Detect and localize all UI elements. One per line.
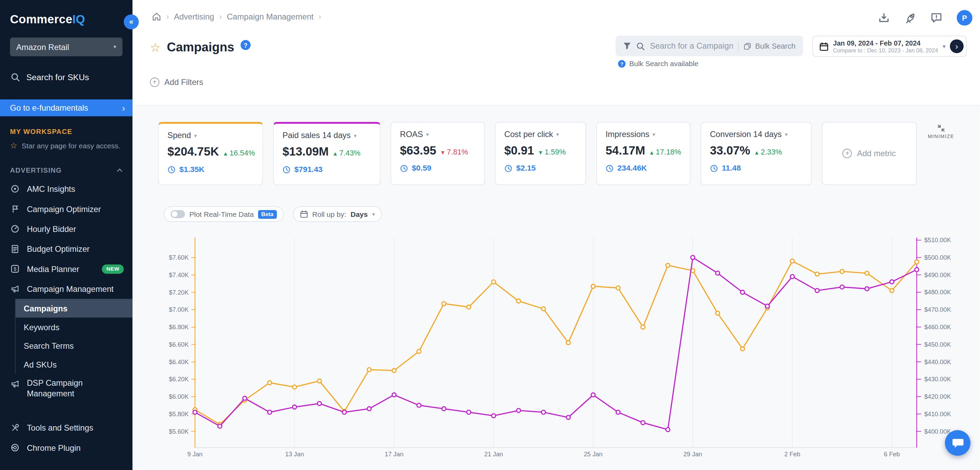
- sidebar-item-campaign-management[interactable]: Campaign Management: [0, 279, 132, 299]
- account-selector[interactable]: Amazon Retail ▾: [10, 38, 123, 57]
- trend-down-icon: ▼: [538, 149, 543, 156]
- sidebar-item-campaign-optimizer[interactable]: Campaign Optimizer: [0, 199, 132, 218]
- metric-secondary-value: $1.35K: [180, 165, 205, 174]
- home-icon[interactable]: [152, 12, 161, 21]
- rollup-selector[interactable]: Roll up by: Days ▾: [293, 206, 382, 222]
- svg-text:9 Jan: 9 Jan: [187, 451, 203, 458]
- help-icon: ?: [618, 60, 625, 67]
- bulk-search-hint-text: Bulk Search available: [629, 60, 698, 67]
- rocket-icon[interactable]: [904, 12, 916, 24]
- brand-logo[interactable]: CommerceIQ: [0, 0, 132, 33]
- add-metric-button[interactable]: + Add metric: [822, 122, 916, 185]
- svg-text:29 Jan: 29 Jan: [684, 451, 702, 458]
- date-range-picker[interactable]: Jan 09, 2024 - Feb 07, 2024 Compare to :…: [813, 36, 967, 57]
- svg-text:$470.00K: $470.00K: [924, 306, 951, 313]
- sidebar-collapse-button[interactable]: «: [124, 14, 139, 29]
- metric-card-paid-sales[interactable]: Paid sales 14 days▾ $13.09M▲7.43% $791.4…: [273, 122, 381, 185]
- efundamentals-link[interactable]: Go to e-fundamentals ›: [0, 99, 132, 116]
- sidebar-item-media-planner[interactable]: $ Media Planner NEW: [0, 259, 132, 279]
- favorite-star-icon[interactable]: ☆: [150, 41, 161, 55]
- date-range-text: Jan 09, 2024 - Feb 07, 2024 Compare to :…: [833, 39, 938, 53]
- advertising-section-header[interactable]: ADVERTISING: [10, 166, 123, 174]
- sidebar-item-chrome-plugin[interactable]: Chrome Plugin: [0, 438, 132, 458]
- metric-card-cost-per-click[interactable]: Cost per click▾ $0.91▼1.59% $2.15: [495, 122, 586, 185]
- sku-search-label: Search for SKUs: [26, 73, 89, 82]
- svg-text:$: $: [14, 266, 16, 272]
- svg-text:$410.00K: $410.00K: [924, 410, 951, 417]
- svg-text:$450.00K: $450.00K: [924, 341, 951, 348]
- sidebar-item-keywords[interactable]: Keywords: [16, 317, 132, 336]
- metric-secondary-value: $791.43: [294, 165, 323, 174]
- sidebar-item-tools-and-settings[interactable]: Tools and Settings: [0, 417, 132, 437]
- metric-label: Impressions: [605, 129, 649, 139]
- sidebar-item-amc-insights[interactable]: AMC Insights: [0, 179, 132, 199]
- history-clock-icon: [710, 164, 718, 172]
- sidebar-item-search-terms[interactable]: Search Terms: [16, 336, 132, 355]
- bulk-search-hint: ? Bulk Search available: [618, 60, 698, 67]
- sidebar-footer: Tools and Settings Chrome Plugin: [0, 417, 132, 458]
- svg-text:$5.80K: $5.80K: [169, 410, 189, 417]
- feedback-icon[interactable]: [930, 12, 942, 24]
- filter-icon[interactable]: [623, 42, 632, 50]
- sidebar-item-label: AMC Insights: [27, 184, 75, 193]
- breadcrumb-advertising[interactable]: Advertising: [174, 12, 214, 21]
- advertising-section-title: ADVERTISING: [10, 166, 62, 174]
- chevron-right-icon: ›: [219, 12, 222, 21]
- sidebar-item-budget-optimizer[interactable]: Budget Optimizer: [0, 239, 132, 259]
- date-next-button[interactable]: ›: [950, 40, 964, 53]
- metric-card-conversion[interactable]: Conversion 14 days▾ 33.07%▲2.33% 11.48: [701, 122, 812, 185]
- bulk-search-label: Bulk Search: [755, 41, 795, 50]
- beta-badge: Beta: [258, 210, 277, 218]
- metric-card-spend[interactable]: Spend▾ $204.75K▲16.54% $1.35K: [158, 122, 263, 185]
- svg-text:$7.00K: $7.00K: [169, 306, 189, 313]
- sidebar-item-label: Hourly Bidder: [27, 224, 76, 233]
- chevron-down-icon[interactable]: ▾: [556, 131, 559, 137]
- timeseries-chart[interactable]: 9 Jan13 Jan17 Jan21 Jan25 Jan29 Jan2 Feb…: [150, 231, 976, 464]
- toggle-switch[interactable]: [170, 210, 185, 218]
- metric-card-impressions[interactable]: Impressions▾ 54.17M▲17.18% 234.46K: [596, 122, 690, 185]
- new-badge: NEW: [102, 264, 124, 273]
- campaign-search-input[interactable]: [650, 41, 733, 50]
- chevron-down-icon[interactable]: ▾: [194, 132, 197, 139]
- svg-text:$460.00K: $460.00K: [924, 323, 951, 331]
- minimize-icon: [937, 124, 945, 132]
- svg-text:21 Jan: 21 Jan: [484, 451, 503, 458]
- sidebar-item-ad-skus[interactable]: Ad SKUs: [16, 355, 132, 374]
- chevron-down-icon[interactable]: ▾: [426, 131, 429, 137]
- add-filters-button[interactable]: + Add Filters: [150, 77, 203, 87]
- sidebar-item-campaigns[interactable]: Campaigns: [16, 299, 132, 317]
- chevron-down-icon[interactable]: ▾: [652, 131, 655, 137]
- help-icon[interactable]: ?: [240, 40, 250, 50]
- sidebar-item-label: Tools and Settings: [27, 423, 93, 432]
- breadcrumb-campaign-management[interactable]: Campaign Management: [227, 12, 313, 21]
- bulk-search-button[interactable]: Bulk Search: [744, 41, 795, 50]
- sidebar-item-label: Campaigns: [24, 304, 67, 313]
- svg-text:25 Jan: 25 Jan: [584, 451, 603, 458]
- page-title: Campaigns: [167, 40, 234, 54]
- realtime-label: Plot Real-Time Data: [189, 210, 254, 218]
- sku-search[interactable]: Search for SKUs: [10, 73, 123, 82]
- metric-value: $63.95: [400, 144, 436, 158]
- metric-label: Conversion 14 days: [710, 129, 782, 139]
- chat-widget-button[interactable]: [945, 430, 970, 456]
- svg-text:$6.60K: $6.60K: [169, 341, 189, 348]
- minimize-button[interactable]: MINIMIZE: [928, 124, 954, 139]
- inbox-tray-icon[interactable]: [878, 12, 890, 24]
- add-filters-label: Add Filters: [164, 77, 203, 87]
- topbar-actions: P: [878, 10, 972, 26]
- sidebar-item-hourly-bidder[interactable]: Hourly Bidder: [0, 219, 132, 239]
- metric-secondary-value: $0.59: [412, 164, 431, 173]
- chevron-down-icon[interactable]: ▾: [785, 131, 788, 137]
- svg-text:$510.00K: $510.00K: [924, 236, 951, 244]
- metric-card-roas[interactable]: ROAS▾ $63.95▼7.81% $0.59: [391, 122, 485, 185]
- metric-label: Spend: [167, 131, 191, 140]
- sidebar-item-label: Keywords: [24, 322, 59, 331]
- chevron-down-icon[interactable]: ▾: [354, 132, 356, 139]
- metric-value: $204.75K: [167, 145, 219, 159]
- sidebar-item-dsp-campaign-management[interactable]: DSP Campaign Management: [0, 374, 132, 403]
- realtime-toggle-pill[interactable]: Plot Real-Time Data Beta: [164, 206, 283, 222]
- avatar[interactable]: P: [957, 10, 972, 26]
- date-range-value: Jan 09, 2024 - Feb 07, 2024: [833, 39, 938, 46]
- svg-text:$500.00K: $500.00K: [924, 254, 951, 261]
- amc-insights-icon: [10, 184, 20, 193]
